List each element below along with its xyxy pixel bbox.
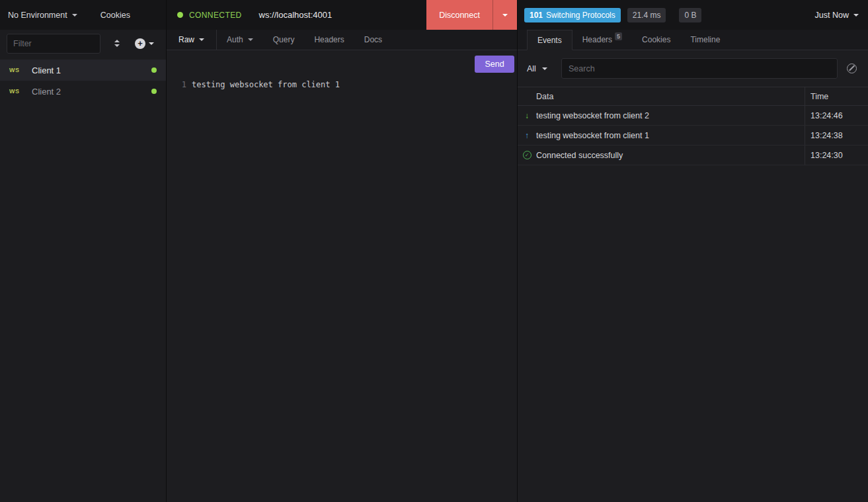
size-badge: 0 B [679, 8, 701, 22]
event-data: testing websocket from client 1 [536, 131, 805, 140]
app-window: No Environment Cookies WS Client 1 [0, 0, 868, 502]
sort-up-icon [114, 40, 120, 42]
icon-cell: ↓ [518, 112, 536, 120]
search-input[interactable] [561, 58, 838, 79]
event-time: 13:24:46 [805, 106, 868, 125]
chevron-down-icon [502, 14, 508, 17]
editor-text: testing websocket from client 1 [192, 80, 340, 89]
ws-method-tag: WS [9, 88, 25, 95]
status-text: Switching Protocols [546, 11, 615, 20]
message-editor[interactable]: Send 1 testing websocket from client 1 [167, 50, 517, 502]
sidebar-header: No Environment Cookies [0, 0, 166, 30]
event-time: 13:24:30 [805, 146, 868, 165]
request-list: WS Client 1 WS Client 2 [0, 57, 166, 502]
send-button[interactable]: Send [475, 56, 514, 73]
chevron-down-icon [72, 14, 77, 17]
events-table-header: Data Time [518, 87, 868, 106]
icon-cell: ↑ [518, 132, 536, 140]
request-item-client-2[interactable]: WS Client 2 [0, 81, 166, 102]
events-table: Data Time ↓ testing websocket from clien… [518, 87, 868, 165]
request-name: Client 1 [32, 65, 61, 75]
event-data: Connected successfully [536, 151, 805, 160]
request-tab-bar: Raw Auth Query Headers Docs [167, 30, 517, 50]
time-column-header: Time [805, 87, 868, 105]
tab-label: Docs [364, 35, 382, 44]
tab-label: Headers [582, 35, 612, 44]
connection-status: CONNECTED [189, 11, 242, 20]
chevron-down-icon [542, 67, 547, 70]
disconnect-dropdown-button[interactable] [493, 0, 517, 30]
message-type-dropdown[interactable]: Raw [178, 35, 204, 44]
events-filter-row: All [518, 50, 868, 87]
websocket-url[interactable]: ws://localhost:4001 [259, 10, 333, 20]
response-panel: 101 Switching Protocols 21.4 ms 0 B Just… [518, 0, 868, 502]
connected-dot-icon [151, 67, 157, 73]
tab-response-headers[interactable]: Headers 5 [572, 30, 632, 50]
request-panel: CONNECTED ws://localhost:4001 Disconnect… [167, 0, 518, 502]
event-row-received[interactable]: ↓ testing websocket from client 2 13:24:… [518, 106, 868, 126]
send-row: Send [167, 50, 517, 75]
cookies-button[interactable]: Cookies [100, 11, 130, 20]
tab-label: Cookies [642, 35, 670, 44]
tab-label: Events [537, 36, 562, 45]
disconnect-button-group: Disconnect [426, 0, 517, 30]
response-tab-bar: Events Headers 5 Cookies Timeline [518, 30, 868, 50]
request-name: Client 2 [32, 87, 61, 97]
icon-cell [518, 151, 536, 159]
filter-input[interactable] [7, 34, 100, 54]
status-code: 101 [530, 11, 543, 20]
event-type-filter[interactable]: All [527, 64, 561, 73]
event-row-connected[interactable]: Connected successfully 13:24:30 [518, 146, 868, 165]
tab-timeline[interactable]: Timeline [680, 30, 730, 50]
add-request-button[interactable] [135, 38, 154, 49]
ws-method-tag: WS [9, 67, 25, 73]
message-sent-icon: ↑ [525, 132, 529, 140]
tab-auth[interactable]: Auth [217, 30, 263, 50]
chevron-down-icon [149, 42, 154, 45]
event-time: 13:24:38 [805, 126, 868, 145]
event-row-sent[interactable]: ↑ testing websocket from client 1 13:24:… [518, 126, 868, 146]
tab-label: Auth [227, 35, 243, 44]
headers-count-badge: 5 [615, 32, 622, 40]
url-bar: CONNECTED ws://localhost:4001 Disconnect [167, 0, 517, 30]
disconnect-button[interactable]: Disconnect [426, 0, 493, 30]
status-badge: 101 Switching Protocols [524, 8, 621, 22]
history-dropdown[interactable]: Just Now [815, 11, 859, 20]
data-column-header: Data [536, 92, 805, 101]
chevron-down-icon [199, 38, 204, 41]
check-circle-icon [523, 151, 532, 159]
environment-selector[interactable]: No Environment [7, 8, 79, 22]
chevron-down-icon [853, 14, 859, 17]
message-received-icon: ↓ [525, 112, 529, 120]
event-data: testing websocket from client 2 [536, 111, 805, 120]
environment-label: No Environment [8, 11, 67, 20]
request-item-client-1[interactable]: WS Client 1 [0, 60, 166, 81]
history-label: Just Now [815, 11, 849, 20]
editor-line: 1 testing websocket from client 1 [167, 79, 517, 90]
line-number: 1 [167, 80, 186, 89]
clear-events-icon[interactable] [847, 63, 857, 73]
tab-events[interactable]: Events [527, 30, 572, 50]
message-type-label: Raw [178, 35, 194, 44]
event-type-filter-value: All [527, 64, 536, 73]
connected-dot-icon [151, 89, 157, 94]
response-header: 101 Switching Protocols 21.4 ms 0 B Just… [518, 0, 868, 30]
connected-dot-icon [177, 12, 183, 18]
sidebar-filter-row [0, 30, 166, 57]
tab-label: Timeline [690, 35, 720, 44]
editor-code-area[interactable]: 1 testing websocket from client 1 [167, 75, 517, 502]
tab-cookies[interactable]: Cookies [632, 30, 680, 50]
chevron-down-icon [248, 38, 253, 41]
sidebar: No Environment Cookies WS Client 1 [0, 0, 167, 502]
time-badge: 21.4 ms [627, 8, 666, 22]
tab-docs[interactable]: Docs [354, 30, 392, 50]
tab-label: Headers [314, 35, 344, 44]
tab-label: Query [273, 35, 295, 44]
sort-down-icon [114, 44, 120, 47]
sort-icon[interactable] [112, 38, 122, 49]
plus-icon [135, 38, 145, 49]
tab-headers[interactable]: Headers [304, 30, 354, 50]
tab-query[interactable]: Query [263, 30, 305, 50]
